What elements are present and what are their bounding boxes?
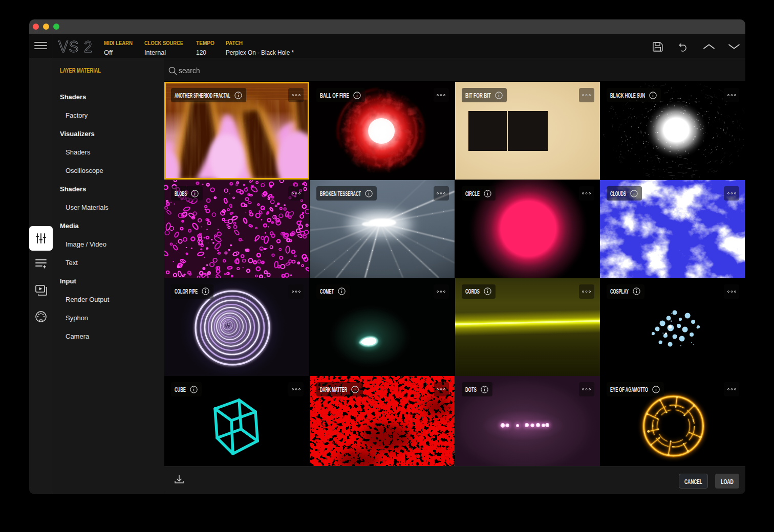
- svg-text:BLOBS: BLOBS: [175, 190, 187, 197]
- svg-text:LOAD: LOAD: [721, 478, 734, 484]
- svg-text:ANOTHER SPHERIOD FRACTAL: ANOTHER SPHERIOD FRACTAL: [175, 92, 230, 99]
- svg-text:MIDI LEARN: MIDI LEARN: [104, 40, 133, 46]
- svg-text:BROKEN TESSERACT: BROKEN TESSERACT: [320, 190, 361, 197]
- svg-text:COLOR PIPE: COLOR PIPE: [175, 288, 198, 295]
- svg-text:LAYER MATERIAL: LAYER MATERIAL: [60, 66, 101, 74]
- svg-text:CLOCK SOURCE: CLOCK SOURCE: [144, 40, 183, 46]
- svg-text:COMET: COMET: [320, 288, 334, 295]
- svg-text:Perplex On - Black Hole *: Perplex On - Black Hole *: [226, 49, 294, 56]
- svg-text:BALL OF FIRE: BALL OF FIRE: [320, 92, 349, 99]
- svg-text:DARK MATTER: DARK MATTER: [320, 386, 347, 393]
- svg-text:120: 120: [196, 49, 206, 56]
- svg-text:DOTS: DOTS: [465, 386, 477, 393]
- svg-text:CIRCLE: CIRCLE: [465, 190, 480, 197]
- svg-text:BIT FOR BIT: BIT FOR BIT: [465, 92, 491, 99]
- svg-text:CLOUDS: CLOUDS: [610, 190, 626, 197]
- svg-text:CANCEL: CANCEL: [684, 478, 702, 484]
- svg-text:PATCH: PATCH: [226, 40, 243, 46]
- svg-text:Off: Off: [104, 49, 113, 56]
- svg-text:COSPLAY: COSPLAY: [610, 288, 629, 295]
- svg-text:CORDS: CORDS: [465, 288, 480, 295]
- svg-text:TEMPO: TEMPO: [196, 40, 214, 46]
- svg-text:EYE OF AGAMOTTO: EYE OF AGAMOTTO: [610, 386, 648, 393]
- svg-text:CUBE: CUBE: [175, 386, 186, 393]
- svg-text:BLACK HOLE SUN: BLACK HOLE SUN: [610, 92, 645, 99]
- svg-text:Internal: Internal: [144, 49, 166, 56]
